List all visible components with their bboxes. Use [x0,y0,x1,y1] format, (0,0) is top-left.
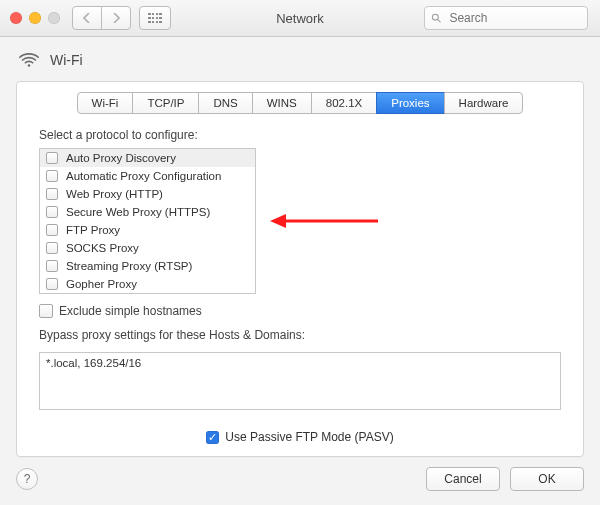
ok-button[interactable]: OK [510,467,584,491]
close-icon[interactable] [10,12,22,24]
help-icon: ? [24,472,31,486]
tab-wifi[interactable]: Wi-Fi [77,92,134,114]
search-field[interactable] [424,6,588,30]
tab-label: Proxies [391,97,429,109]
protocol-checkbox[interactable] [46,278,58,290]
window-controls [0,12,60,24]
tab-8021x[interactable]: 802.1X [311,92,377,114]
content-panel: Wi-Fi TCP/IP DNS WINS 802.1X Proxies Har… [16,81,584,457]
protocol-row[interactable]: Secure Web Proxy (HTTPS) [40,203,255,221]
protocol-row[interactable]: SOCKS Proxy [40,239,255,257]
zoom-icon [48,12,60,24]
pasv-checkbox[interactable]: ✓ [206,431,219,444]
protocol-label: Gopher Proxy [66,278,137,290]
protocol-list-row: Auto Proxy Discovery Automatic Proxy Con… [39,148,561,294]
protocol-row[interactable]: Web Proxy (HTTP) [40,185,255,203]
tab-hardware[interactable]: Hardware [444,92,524,114]
window-body: Wi-Fi Wi-Fi TCP/IP DNS WINS 802.1X Proxi… [0,37,600,505]
grid-icon [148,13,162,23]
protocol-row[interactable]: FTP Proxy [40,221,255,239]
tab-label: WINS [267,97,297,109]
svg-marker-4 [270,214,286,228]
chevron-left-icon [83,13,91,23]
protocol-label: Secure Web Proxy (HTTPS) [66,206,210,218]
tab-label: Hardware [459,97,509,109]
protocol-list[interactable]: Auto Proxy Discovery Automatic Proxy Con… [39,148,256,294]
button-label: Cancel [444,472,481,486]
protocol-checkbox[interactable] [46,242,58,254]
tab-proxies[interactable]: Proxies [376,92,444,114]
pasv-label: Use Passive FTP Mode (PASV) [225,430,393,444]
protocol-row[interactable]: Automatic Proxy Configuration [40,167,255,185]
help-button[interactable]: ? [16,468,38,490]
tab-label: DNS [213,97,237,109]
bypass-value: *.local, 169.254/16 [46,357,141,369]
search-icon [431,12,441,24]
back-button[interactable] [72,6,102,30]
exclude-checkbox[interactable] [39,304,53,318]
panel-header: Wi-Fi [16,47,584,81]
tab-dns[interactable]: DNS [198,92,252,114]
protocol-checkbox[interactable] [46,152,58,164]
protocol-label: Automatic Proxy Configuration [66,170,221,182]
protocol-checkbox[interactable] [46,260,58,272]
protocol-label: FTP Proxy [66,224,120,236]
protocol-checkbox[interactable] [46,170,58,182]
proxies-pane: Select a protocol to configure: Auto Pro… [17,114,583,444]
pasv-row[interactable]: ✓ Use Passive FTP Mode (PASV) [39,430,561,444]
button-label: OK [538,472,555,486]
select-protocol-label: Select a protocol to configure: [39,128,561,142]
titlebar: Network [0,0,600,37]
protocol-row[interactable]: Auto Proxy Discovery [40,149,255,167]
protocol-row[interactable]: Gopher Proxy [40,275,255,293]
protocol-checkbox[interactable] [46,206,58,218]
cancel-button[interactable]: Cancel [426,467,500,491]
protocol-checkbox[interactable] [46,188,58,200]
protocol-label: SOCKS Proxy [66,242,139,254]
forward-button[interactable] [101,6,131,30]
prefs-window: Network Wi-Fi Wi-Fi TCP/IP DNS WINS 802.… [0,0,600,505]
search-input[interactable] [447,10,581,26]
minimize-icon[interactable] [29,12,41,24]
exclude-hostnames-row[interactable]: Exclude simple hostnames [39,304,561,318]
protocol-label: Streaming Proxy (RTSP) [66,260,192,272]
tab-label: 802.1X [326,97,362,109]
svg-point-0 [432,14,438,20]
protocol-row[interactable]: Streaming Proxy (RTSP) [40,257,255,275]
chevron-right-icon [112,13,120,23]
show-all-button[interactable] [139,6,171,30]
tab-label: TCP/IP [147,97,184,109]
tab-tcpip[interactable]: TCP/IP [132,92,199,114]
svg-point-2 [28,64,31,67]
protocol-label: Web Proxy (HTTP) [66,188,163,200]
tab-wins[interactable]: WINS [252,92,312,114]
tabbar: Wi-Fi TCP/IP DNS WINS 802.1X Proxies Har… [17,92,583,114]
annotation-arrow-icon [270,209,380,233]
bypass-textarea[interactable]: *.local, 169.254/16 [39,352,561,410]
bypass-label: Bypass proxy settings for these Hosts & … [39,328,561,342]
svg-line-1 [438,20,441,23]
wifi-icon [18,49,40,71]
panel-title: Wi-Fi [50,52,83,68]
protocol-label: Auto Proxy Discovery [66,152,176,164]
nav-back-forward [72,6,131,30]
protocol-checkbox[interactable] [46,224,58,236]
footer: ? Cancel OK [16,467,584,491]
exclude-label: Exclude simple hostnames [59,304,202,318]
tab-label: Wi-Fi [92,97,119,109]
